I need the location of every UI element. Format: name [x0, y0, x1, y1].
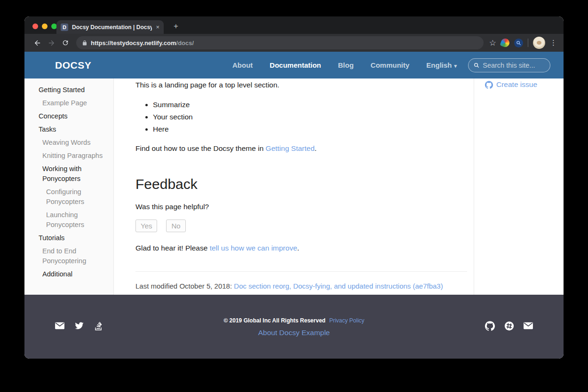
list-item: Here [153, 125, 467, 133]
right-sidebar: Create issue [474, 78, 564, 295]
extension-password-icon[interactable] [514, 39, 523, 47]
lock-icon [82, 40, 87, 46]
footer-icons-right [485, 321, 533, 359]
forward-icon[interactable] [45, 37, 57, 49]
site-search [468, 58, 550, 72]
feedback-no-button[interactable]: No [166, 220, 185, 232]
feedback-yes-button[interactable]: Yes [135, 220, 157, 232]
browser-menu-icon[interactable]: ⋮ [550, 39, 557, 47]
feedback-question: Was this page helpful? [135, 201, 467, 212]
content-divider [135, 271, 467, 272]
github-icon [485, 81, 493, 89]
minimize-window-button[interactable] [42, 24, 48, 29]
url-text: https://testydocsy.netlify.com/docs/ [91, 39, 194, 47]
commit-link[interactable]: Doc section reorg, Docsy-fying, and upda… [234, 282, 443, 290]
feedback-heading: Feedback [135, 176, 467, 192]
slack-icon[interactable] [504, 321, 514, 331]
privacy-policy-link[interactable]: Privacy Policy [329, 317, 365, 324]
toolbar-divider [528, 39, 528, 47]
refresh-icon[interactable] [59, 37, 72, 49]
nav-item-blog[interactable]: Blog [329, 61, 362, 69]
sidebar-item-example-page[interactable]: Example Page [39, 98, 110, 108]
nav-links: About Documentation Blog Community Engli… [224, 58, 550, 72]
traffic-lights [32, 24, 57, 29]
sidebar-item-configuring-ponycopters[interactable]: Configuring Ponycopters [39, 187, 110, 207]
getting-started-link[interactable]: Getting Started [266, 144, 315, 152]
sidebar-item-knitting-paragraphs[interactable]: Knitting Paragraphs [39, 151, 110, 161]
browser-window: D Docsy Documentation | Docsy × + https:… [24, 16, 564, 359]
site-logo[interactable]: DOCSY [55, 60, 91, 71]
chevron-down-icon: ▾ [454, 63, 457, 69]
sidebar-item-getting-started[interactable]: Getting Started [39, 85, 110, 95]
feedback-response: Glad to hear it! Please tell us how we c… [135, 243, 467, 254]
sidebar-item-launching-ponycopters[interactable]: Launching Ponycopters [39, 210, 110, 230]
mail-icon[interactable] [523, 321, 533, 331]
close-window-button[interactable] [32, 24, 38, 29]
list-item: Your section [153, 113, 467, 121]
github-icon[interactable] [485, 321, 495, 331]
url-host: https://testydocsy.netlify.com [91, 39, 176, 47]
browser-toolbar: https://testydocsy.netlify.com/docs/ ☆ ⋮ [24, 34, 564, 52]
create-issue-link[interactable]: Create issue [485, 80, 564, 89]
sidebar-item-additional[interactable]: Additional [39, 269, 110, 279]
about-docsy-link[interactable]: About Docsy Example [258, 329, 330, 337]
create-issue-label: Create issue [496, 80, 537, 89]
search-icon [474, 62, 479, 69]
intro-paragraph: This is a landing page for a top level s… [135, 79, 467, 91]
page-content: Getting Started Example Page Concepts Ta… [24, 78, 564, 295]
nav-item-community[interactable]: Community [362, 61, 418, 69]
tab-favicon: D [61, 24, 68, 31]
sidebar-item-tasks[interactable]: Tasks [39, 125, 110, 134]
twitter-icon[interactable] [74, 321, 84, 331]
site-footer: © 2019 Global Inc All Rights ReservedPri… [24, 295, 564, 359]
docs-sidebar: Getting Started Example Page Concepts Ta… [24, 78, 114, 295]
language-dropdown[interactable]: English▾ [418, 61, 460, 69]
stack-overflow-icon[interactable] [93, 321, 103, 331]
nav-item-documentation[interactable]: Documentation [261, 61, 329, 69]
back-icon[interactable] [31, 37, 43, 49]
nav-item-about[interactable]: About [224, 61, 261, 69]
main-article: This is a landing page for a top level s… [114, 78, 474, 295]
site-navbar: DOCSY About Documentation Blog Community… [24, 52, 564, 78]
summary-list: Summarize Your section Here [153, 101, 467, 133]
list-item: Summarize [153, 101, 467, 109]
tab-strip: D Docsy Documentation | Docsy × + [24, 16, 564, 34]
findout-paragraph: Find out how to use the Docsy theme in G… [135, 143, 467, 154]
mail-icon[interactable] [55, 321, 65, 331]
bookmark-star-icon[interactable]: ☆ [489, 38, 496, 48]
extension-pinwheel-icon[interactable] [500, 37, 510, 48]
url-path: /docs/ [176, 39, 194, 47]
close-tab-icon[interactable]: × [156, 24, 159, 31]
sidebar-item-weaving-words[interactable]: Weaving Words [39, 138, 110, 148]
sidebar-item-working-with-ponycopters[interactable]: Working with Ponycopters [39, 164, 110, 184]
address-bar[interactable]: https://testydocsy.netlify.com/docs/ [76, 36, 484, 49]
profile-avatar[interactable] [533, 37, 545, 49]
footer-center: © 2019 Global Inc All Rights ReservedPri… [103, 317, 485, 359]
toolbar-right: ☆ ⋮ [489, 37, 557, 49]
new-tab-button[interactable]: + [170, 21, 182, 32]
tab-title: Docsy Documentation | Docsy [72, 24, 152, 31]
improve-link[interactable]: tell us how we can improve [210, 244, 297, 252]
feedback-buttons: Yes No [135, 220, 467, 232]
footer-icons-left [55, 321, 103, 359]
sidebar-item-end-to-end-ponycoptering[interactable]: End to End Ponycoptering [39, 246, 110, 266]
sidebar-item-tutorials[interactable]: Tutorials [39, 233, 110, 243]
search-input[interactable] [483, 62, 545, 69]
copyright-text: © 2019 Global Inc All Rights ReservedPri… [103, 317, 485, 324]
browser-tab[interactable]: D Docsy Documentation | Docsy × [56, 20, 164, 34]
last-modified: Last modified October 5, 2018: Doc secti… [135, 281, 467, 292]
sidebar-item-concepts[interactable]: Concepts [39, 111, 110, 121]
